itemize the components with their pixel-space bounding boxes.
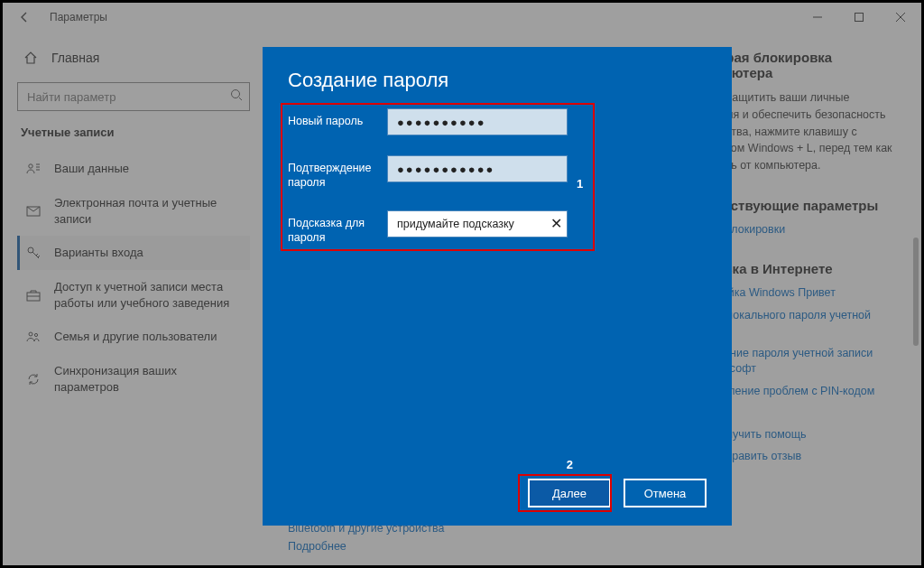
- hint-label: Подсказка для пароля: [288, 210, 387, 246]
- clear-icon[interactable]: ✕: [550, 215, 562, 232]
- create-password-dialog: Создание пароля 1 Новый пароль Подтвержд…: [263, 47, 732, 526]
- next-button[interactable]: Далее: [528, 479, 611, 507]
- annotation-label-2: 2: [567, 458, 573, 471]
- new-password-label: Новый пароль: [288, 108, 387, 128]
- annotation-label-1: 1: [577, 177, 583, 191]
- confirm-password-label: Подтверждение пароля: [288, 155, 387, 191]
- cancel-button[interactable]: Отмена: [624, 479, 707, 507]
- confirm-password-input[interactable]: [387, 155, 568, 182]
- password-hint-input[interactable]: [387, 210, 568, 237]
- dialog-title: Создание пароля: [288, 69, 707, 92]
- new-password-input[interactable]: [387, 108, 568, 135]
